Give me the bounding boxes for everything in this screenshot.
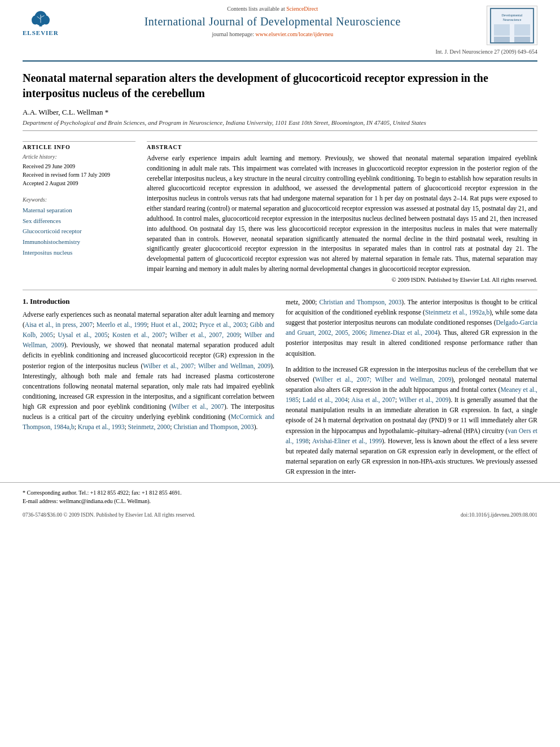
ref-pryce[interactable]: Pryce et al., 2003	[199, 321, 246, 328]
ref-avishai[interactable]: Avishai-Eliner et al., 1999	[312, 438, 382, 444]
intro-right-text-2: In addition to the increased GR expressi…	[286, 364, 537, 477]
journal-header: ELSEVIER Contents lists available at Sci…	[0, 0, 560, 57]
ref-krupa[interactable]: Krupa et al., 1993	[78, 423, 125, 430]
article-info-section-label: ARTICLE INFO	[23, 141, 135, 150]
article-main-title: Neonatal maternal separation alters the …	[23, 71, 537, 101]
ref-christian2[interactable]: Christian and Thompson, 2003	[320, 299, 402, 305]
sciencedirect-link[interactable]: ScienceDirect	[286, 6, 318, 12]
body-right-column: metz, 2000; Christian and Thompson, 2003…	[286, 297, 537, 477]
journal-title-center: Contents lists available at ScienceDirec…	[59, 6, 487, 37]
email-label: E-mail address:	[23, 498, 58, 504]
contents-label: Contents lists available at	[227, 6, 285, 12]
received-date: Received 29 June 2009	[23, 162, 135, 171]
journal-main-title: International Journal of Developmental N…	[70, 14, 475, 29]
ref-steinmetz92[interactable]: Steinmetz et al., 1992a,b	[425, 309, 489, 316]
sciencedirect-line: Contents lists available at ScienceDirec…	[70, 6, 475, 12]
svg-rect-12	[514, 24, 530, 36]
email-line: E-mail address: wellmanc@indiana.edu (C.…	[23, 497, 537, 505]
ref-wilber09[interactable]: Wilber et al., 2009	[399, 396, 449, 403]
keywords-list: Maternal separation Sex differences Gluc…	[23, 205, 135, 257]
issn-text: 0736-5748/$36.00 © 2009 ISDN. Published …	[23, 512, 195, 518]
intro-left-text: Adverse early experiences such as neonat…	[23, 309, 274, 433]
journal-issue-line: Int. J. Devl Neuroscience 27 (2009) 649–…	[23, 49, 537, 55]
body-left-column: 1. Introduction Adverse early experience…	[23, 297, 274, 477]
copyright-line: © 2009 ISDN. Published by Elsevier Ltd. …	[147, 277, 537, 283]
abstract-text: Adverse early experience impairs adult l…	[147, 154, 537, 274]
article-history-label: Article history:	[23, 154, 135, 160]
accepted-date: Accepted 2 August 2009	[23, 179, 135, 187]
intro-right-text-1: metz, 2000; Christian and Thompson, 2003…	[286, 297, 537, 359]
ref-christian[interactable]: Christian and Thompson, 2003	[173, 423, 253, 430]
abstract-section-label: ABSTRACT	[147, 141, 537, 150]
dev-neuro-logo: Developmental Neuroscience	[487, 6, 537, 45]
keyword-1: Maternal separation	[23, 205, 135, 216]
page: ELSEVIER Contents lists available at Sci…	[0, 0, 560, 747]
ref-aisa[interactable]: Aisa et al., in press, 2007	[25, 321, 93, 328]
elsevier-tree-icon	[24, 6, 58, 28]
ref-jimenez[interactable]: Jimenez-Diaz et al., 2004	[369, 329, 438, 336]
doi-text: doi:10.1016/j.ijdevneu.2009.08.001	[461, 512, 537, 518]
elsevier-brand-text: ELSEVIER	[23, 29, 59, 36]
corresponding-author-text: * Corresponding author. Tel.: +1 812 855…	[23, 490, 182, 496]
ref-wilber07[interactable]: Wilber et al., 2007, 2009	[170, 331, 240, 338]
footer-section: * Corresponding author. Tel.: +1 812 855…	[0, 482, 560, 505]
ref-huot[interactable]: Huot et al., 2002	[151, 321, 195, 328]
ref-aisa2[interactable]: Aisa et al., 2007	[351, 396, 395, 403]
elsevier-logo: ELSEVIER	[23, 6, 59, 36]
journal-homepage: journal homepage: www.elsevier.com/locat…	[70, 31, 475, 37]
keyword-2: Sex differences	[23, 216, 135, 226]
homepage-link[interactable]: www.elsevier.com/locate/ijdevneu	[256, 31, 334, 37]
keywords-label: Keywords:	[23, 196, 135, 203]
keyword-5: Interpositus nucleus	[23, 247, 135, 258]
corresponding-author-note: * Corresponding author. Tel.: +1 812 855…	[23, 488, 537, 497]
revised-date: Received in revised form 17 July 2009	[23, 171, 135, 179]
body-section: 1. Introduction Adverse early experience…	[0, 297, 560, 477]
introduction-heading: 1. Introduction	[23, 297, 274, 306]
svg-rect-13	[494, 37, 510, 42]
svg-rect-11	[494, 24, 510, 36]
journal-top-bar: ELSEVIER Contents lists available at Sci…	[23, 6, 537, 45]
abstract-column: ABSTRACT Adverse early experience impair…	[147, 141, 537, 283]
article-info-abstract-section: ARTICLE INFO Article history: Received 2…	[0, 141, 560, 283]
article-info-column: ARTICLE INFO Article history: Received 2…	[23, 141, 135, 283]
ref-meerlo[interactable]: Meerlo et al., 1999	[97, 321, 147, 328]
ref-uysal[interactable]: Uysal et al., 2005	[58, 331, 108, 338]
ref-wilber-inter[interactable]: Wilber et al., 2007; Wilber and Wellman,…	[143, 362, 270, 369]
keyword-3: Glucocorticoid receptor	[23, 226, 135, 237]
homepage-label: journal homepage:	[212, 31, 255, 37]
ref-wilber-corr[interactable]: Wilber et al., 2007	[172, 403, 224, 410]
keyword-4: Immunohistochemistry	[23, 237, 135, 247]
ref-wilber-obs[interactable]: Wilber et al., 2007; Wilber and Wellman,…	[315, 376, 451, 383]
article-title-section: Neonatal maternal separation alters the …	[0, 62, 560, 141]
svg-rect-14	[514, 37, 530, 42]
article-divider	[23, 130, 537, 131]
email-address[interactable]: wellmanc@indiana.edu (C.L. Wellman).	[59, 498, 151, 504]
dev-neuro-logo-svg: Developmental Neuroscience	[489, 7, 535, 44]
footer-bar: 0736-5748/$36.00 © 2009 ISDN. Published …	[0, 510, 560, 520]
svg-point-3	[42, 16, 50, 25]
section-divider	[23, 290, 537, 290]
ref-steinmetz[interactable]: Steinmetz, 2000	[128, 423, 170, 430]
svg-text:Developmental: Developmental	[502, 14, 523, 17]
article-affiliation: Department of Psychological and Brain Sc…	[23, 119, 537, 126]
ref-ladd[interactable]: Ladd et al., 2004	[303, 396, 348, 403]
article-authors: A.A. Wilber, C.L. Wellman *	[23, 108, 537, 117]
ref-kosten[interactable]: Kosten et al., 2007	[112, 331, 165, 338]
svg-text:Neuroscience: Neuroscience	[503, 18, 522, 21]
